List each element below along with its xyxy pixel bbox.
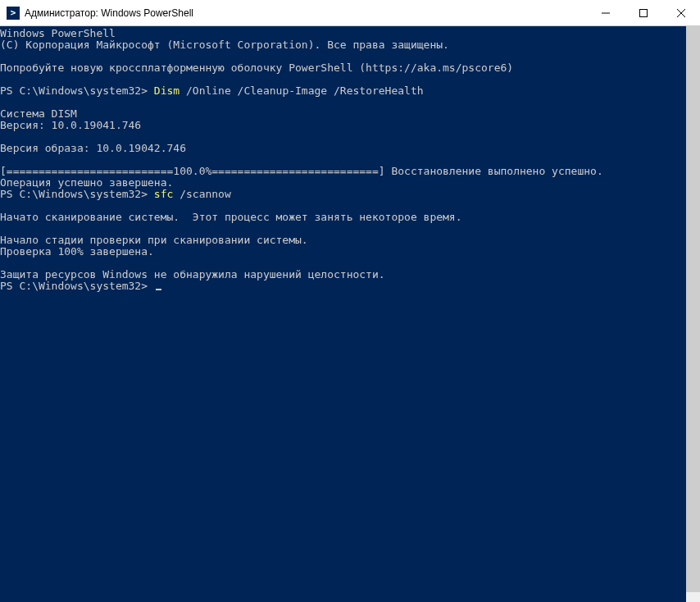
prompt-args: /Online /Cleanup-Image /RestoreHealth: [180, 84, 423, 97]
window-controls: [587, 0, 700, 25]
terminal-line: Версия: 10.0.19041.746: [0, 119, 141, 131]
maximize-button[interactable]: [625, 0, 662, 25]
terminal-line: Версия образа: 10.0.19042.746: [0, 142, 186, 154]
terminal-container: Windows PowerShell (C) Корпорация Майкро…: [0, 26, 700, 602]
terminal-line: Система DISM: [0, 107, 77, 120]
terminal-line: Попробуйте новую кроссплатформенную обол…: [0, 62, 513, 74]
close-button[interactable]: [662, 0, 700, 25]
window-title: Администратор: Windows PowerShell: [25, 7, 587, 19]
prompt-command: sfc: [154, 188, 173, 200]
cursor-icon: [156, 289, 161, 290]
powershell-icon: [7, 7, 20, 20]
prompt-path: PS C:\Windows\system32>: [0, 280, 154, 292]
terminal-line: Windows PowerShell: [0, 27, 116, 39]
terminal-line: (C) Корпорация Майкрософт (Microsoft Cor…: [0, 39, 449, 51]
terminal-line: Начало стадии проверки при сканировании …: [0, 234, 308, 246]
prompt-args: /scannow: [173, 188, 230, 200]
prompt-path: PS C:\Windows\system32>: [0, 84, 154, 97]
vertical-scrollbar[interactable]: [686, 26, 700, 602]
minimize-button[interactable]: [587, 0, 625, 25]
terminal-line: Проверка 100% завершена.: [0, 245, 154, 258]
svg-rect-1: [640, 9, 648, 16]
terminal-output[interactable]: Windows PowerShell (C) Корпорация Майкро…: [0, 26, 686, 602]
terminal-line: [==========================100.0%=======…: [0, 165, 603, 177]
scrollbar-thumb[interactable]: [686, 26, 700, 592]
prompt-command: Dism: [154, 84, 180, 97]
terminal-line: Начато сканирование системы. Этот процес…: [0, 211, 462, 223]
prompt-path: PS C:\Windows\system32>: [0, 188, 154, 200]
window-titlebar: Администратор: Windows PowerShell: [0, 0, 700, 26]
terminal-line: Операция успешно завершена.: [0, 176, 173, 189]
terminal-line: Защита ресурсов Windows не обнаружила на…: [0, 268, 385, 280]
